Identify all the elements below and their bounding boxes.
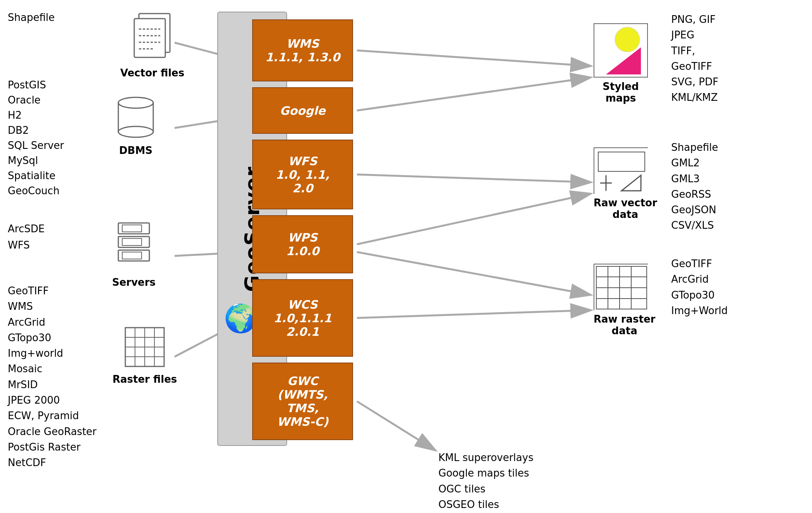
servers-svg bbox=[111, 221, 157, 271]
styled-maps-icon: Styledmaps bbox=[594, 23, 648, 104]
raster-files-svg bbox=[123, 326, 166, 368]
svg-rect-13 bbox=[134, 19, 165, 57]
raw-vector-formats: Shapefile GML2 GML3 GeoRSS GeoJSON CSV/X… bbox=[671, 140, 718, 233]
svg-point-19 bbox=[118, 126, 153, 137]
vector-files-icon: Vector files bbox=[120, 12, 184, 79]
raster-format-1: ArcGrid bbox=[671, 271, 728, 287]
service-wcs: WCS 1.0,1.1.1 2.0.1 bbox=[252, 279, 353, 357]
svg-rect-38 bbox=[598, 152, 645, 171]
raster-item-4: Img+world bbox=[8, 345, 97, 361]
dbms-label: DBMS bbox=[114, 145, 157, 156]
vector-format-3: GeoRSS bbox=[671, 187, 718, 202]
service-wfs: WFS 1.0, 1.1, 2.0 bbox=[252, 140, 353, 209]
dbms-icon: DBMS bbox=[114, 93, 157, 156]
service-google: Google bbox=[252, 87, 353, 134]
tiles-formats: KML superoverlays Google maps tiles OGC … bbox=[438, 450, 533, 512]
svg-line-5 bbox=[357, 50, 590, 66]
dbms-item-7: GeoCouch bbox=[8, 183, 64, 199]
raw-raster-icon: Raw rasterdata bbox=[594, 264, 655, 337]
servers-item-1: WFS bbox=[8, 237, 45, 254]
raw-vector-label: Raw vectordata bbox=[594, 197, 657, 220]
dbms-item-4: SQL Server bbox=[8, 138, 64, 153]
svg-line-9 bbox=[357, 252, 590, 295]
svg-line-10 bbox=[357, 310, 590, 318]
raster-labels: GeoTIFF WMS ArcGrid GTopo30 Img+world Mo… bbox=[8, 283, 97, 471]
tiles-format-3: OSGEO tiles bbox=[438, 497, 533, 512]
svg-rect-24 bbox=[122, 238, 142, 245]
service-wps: WPS 1.0.0 bbox=[252, 215, 353, 273]
raster-format-2: GTopo30 bbox=[671, 287, 728, 303]
svg-rect-26 bbox=[122, 252, 142, 259]
raster-item-2: ArcGrid bbox=[8, 314, 97, 330]
raster-item-11: NetCDF bbox=[8, 455, 97, 470]
svg-line-6 bbox=[357, 78, 590, 111]
dbms-item-5: MySql bbox=[8, 153, 64, 168]
styled-maps-label: Styledmaps bbox=[594, 81, 648, 104]
styled-format-1: JPEG bbox=[671, 27, 719, 43]
dbms-item-2: H2 bbox=[8, 108, 64, 123]
vector-format-2: GML3 bbox=[671, 171, 718, 187]
raw-vector-icon: Raw vectordata bbox=[594, 147, 657, 220]
styled-format-3: GeoTIFF bbox=[671, 59, 719, 74]
vector-files-label: Vector files bbox=[120, 67, 184, 79]
raw-raster-img bbox=[594, 264, 648, 310]
vector-format-0: Shapefile bbox=[671, 140, 718, 155]
raster-item-8: ECW, Pyramid bbox=[8, 408, 97, 423]
raw-raster-formats: GeoTIFF ArcGrid GTopo30 Img+World bbox=[671, 256, 728, 318]
dbms-item-0: PostGIS bbox=[8, 78, 64, 93]
svg-line-11 bbox=[357, 401, 435, 450]
styled-format-2: TIFF, bbox=[671, 43, 719, 59]
dbms-labels: PostGIS Oracle H2 DB2 SQL Server MySql S… bbox=[8, 78, 64, 199]
raster-item-7: JPEG 2000 bbox=[8, 392, 97, 408]
servers-item-0: ArcSDE bbox=[8, 221, 45, 237]
service-gwc: GWC (WMTS, TMS, WMS-C) bbox=[252, 363, 353, 440]
svg-line-8 bbox=[357, 194, 590, 244]
raster-format-0: GeoTIFF bbox=[671, 256, 728, 271]
styled-maps-formats: PNG, GIF JPEG TIFF, GeoTIFF SVG, PDF KML… bbox=[671, 12, 719, 105]
tiles-format-0: KML superoverlays bbox=[438, 450, 533, 465]
raster-item-9: Oracle GeoRaster bbox=[8, 424, 97, 439]
tiles-format-2: OGC tiles bbox=[438, 481, 533, 497]
vector-format-5: CSV/XLS bbox=[671, 218, 718, 233]
styled-maps-img bbox=[594, 23, 648, 78]
svg-point-20 bbox=[118, 97, 153, 108]
vector-format-1: GML2 bbox=[671, 155, 718, 171]
raster-files-label: Raster files bbox=[113, 373, 177, 385]
raw-vector-img bbox=[594, 147, 648, 194]
raster-format-3: Img+World bbox=[671, 303, 728, 318]
raw-raster-label: Raw rasterdata bbox=[594, 313, 655, 337]
svg-point-35 bbox=[615, 27, 640, 52]
dbms-item-6: Spatialite bbox=[8, 168, 64, 183]
raster-item-6: MrSID bbox=[8, 377, 97, 392]
dbms-svg bbox=[114, 93, 157, 140]
raster-item-1: WMS bbox=[8, 299, 97, 314]
raster-item-0: GeoTIFF bbox=[8, 283, 97, 299]
raster-item-3: GTopo30 bbox=[8, 330, 97, 345]
svg-rect-22 bbox=[122, 225, 142, 232]
vector-format-4: GeoJSON bbox=[671, 202, 718, 218]
raster-item-5: Mosaic bbox=[8, 361, 97, 377]
vector-files-svg bbox=[131, 12, 174, 62]
servers-label: Servers bbox=[111, 276, 157, 288]
shapefile-label: Shapefile bbox=[8, 12, 55, 23]
servers-icon: Servers bbox=[111, 221, 157, 288]
dbms-item-3: DB2 bbox=[8, 123, 64, 138]
tiles-format-1: Google maps tiles bbox=[438, 465, 533, 481]
raster-icon: Raster files bbox=[113, 326, 177, 385]
dbms-item-1: Oracle bbox=[8, 93, 64, 108]
raster-item-10: PostGis Raster bbox=[8, 439, 97, 455]
servers-labels: ArcSDE WFS bbox=[8, 221, 45, 253]
service-wms: WMS 1.1.1, 1.3.0 bbox=[252, 19, 353, 81]
styled-format-0: PNG, GIF bbox=[671, 12, 719, 27]
diagram: Shapefile PostGIS Oracle H2 DB2 SQL Serv… bbox=[0, 0, 812, 513]
styled-format-5: KML/KMZ bbox=[671, 90, 719, 105]
styled-format-4: SVG, PDF bbox=[671, 74, 719, 90]
svg-line-7 bbox=[357, 174, 590, 182]
